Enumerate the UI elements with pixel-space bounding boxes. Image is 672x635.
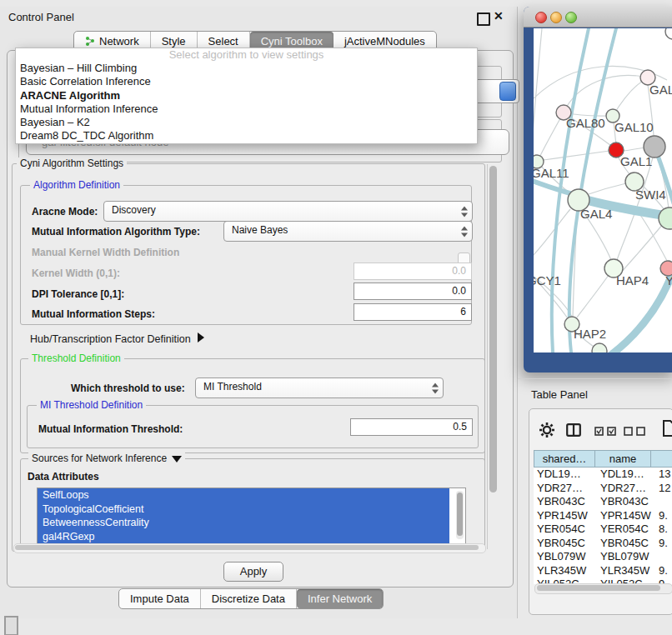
scrollbar-thumb[interactable] (457, 492, 463, 536)
table-cell[interactable]: YBL079W (534, 550, 597, 564)
table-cell[interactable]: YDL19… (597, 468, 655, 482)
node-table[interactable]: shared…name YDL19…YDL19…13YDR27…YDR27…12… (534, 450, 672, 584)
mi-algorithm-type-combobox[interactable]: Naive Bayes (223, 221, 473, 242)
table-row[interactable]: YER054CYER054C8. (534, 522, 672, 537)
data-attributes-list[interactable]: SelfLoopsTopologicalCoefficientBetweenne… (37, 488, 466, 545)
table-cell[interactable]: YBR043C (534, 495, 597, 509)
zoom-window-button[interactable] (565, 12, 577, 23)
table-horizontal-scrollbar[interactable] (534, 583, 672, 594)
table-row[interactable]: YLR345WYLR345W9. (534, 564, 672, 578)
sources-title[interactable]: Sources for Network Inference (28, 452, 185, 464)
network-window-titlebar[interactable] (524, 7, 672, 28)
table-row[interactable]: YDL19…YDL19…13 (534, 468, 672, 482)
node-bottom[interactable] (592, 343, 607, 352)
which-threshold-combobox[interactable]: MI Threshold (195, 378, 444, 398)
data-attributes-label: Data Attributes (28, 471, 99, 482)
table-cell[interactable]: 9. (655, 537, 672, 551)
table-cell[interactable]: YDL19… (534, 468, 597, 482)
table-cell[interactable]: YLR345W (597, 564, 655, 578)
table-cell[interactable]: YBR043C (597, 495, 655, 509)
cyni-bottom-tabbar: Impute DataDiscretize DataInfer Network (118, 588, 384, 609)
hub-definition-expander[interactable]: Hub/Transcription Factor Definition (30, 332, 204, 345)
table-row[interactable]: YPR145WYPR145W9. (534, 509, 672, 523)
node-hap2-label: HAP2 (574, 327, 606, 341)
tab-impute-data[interactable]: Impute Data (119, 589, 201, 608)
table-cell[interactable]: YBR045C (534, 537, 597, 551)
panel-divider (518, 378, 672, 379)
gear-icon[interactable] (539, 422, 555, 438)
network-edge (623, 148, 645, 151)
dropdown-item[interactable]: Mutual Information Inference (16, 102, 477, 116)
close-window-button[interactable] (535, 12, 547, 23)
dropdown-item[interactable]: Bayesian – K2 (16, 116, 477, 129)
table-cell[interactable]: YDR27… (597, 482, 655, 496)
close-panel-icon[interactable]: ✕ (494, 9, 504, 22)
settings-horizontal-scrollbar[interactable] (13, 543, 486, 553)
tab-label: Select (208, 35, 238, 48)
columns-icon[interactable] (566, 423, 581, 437)
column-header[interactable]: name (594, 450, 650, 468)
network-canvas[interactable]: GALGAL80GAL10GAL1GAL11SWI4GAL4GCY1HAP4YH… (534, 28, 672, 352)
table-cell[interactable]: YPR145W (534, 509, 597, 523)
table-cell[interactable]: YDR27… (534, 482, 597, 496)
node-gal11-label: GAL11 (534, 166, 569, 180)
table-cell[interactable]: 12 (655, 482, 672, 496)
attribute-item[interactable]: TopologicalCoefficient (38, 502, 449, 517)
column-header[interactable]: shared… (534, 450, 594, 468)
scrollbar-thumb[interactable] (537, 585, 660, 591)
kernel-width-field[interactable]: 0.0 (354, 262, 472, 280)
dpi-tolerance-field[interactable]: 0.0 (354, 282, 472, 300)
aracne-mode-combobox[interactable]: Discovery (103, 201, 473, 222)
screen: Control Panel ✕ NetworkStyleSelectCyni T… (0, 0, 672, 635)
table-row[interactable]: YBR043CYBR043C (534, 495, 672, 509)
panel-dock-icon[interactable] (4, 616, 18, 635)
dropdown-item[interactable]: ARACNE Algorithm (16, 89, 477, 102)
dropdown-item[interactable]: Bayesian – Hill Climbing (16, 62, 477, 75)
table-cell[interactable]: YBL079W (597, 550, 655, 564)
combobox-stepper-icon[interactable] (461, 206, 468, 217)
combobox-stepper-icon[interactable] (461, 226, 468, 237)
table-cell[interactable] (655, 550, 672, 564)
tab-infer-network[interactable]: Infer Network (297, 589, 383, 608)
table-cell[interactable]: 9. (655, 509, 672, 523)
apply-button[interactable]: Apply (223, 562, 283, 582)
table-cell[interactable]: 9. (655, 564, 672, 578)
mi-steps-field[interactable]: 6 (354, 303, 472, 321)
attribute-item[interactable]: BetweennessCentrality (38, 516, 449, 530)
node-topright[interactable] (665, 28, 672, 39)
table-cell[interactable]: 13 (655, 468, 672, 482)
table-cell[interactable]: YBR045C (597, 537, 655, 551)
file-icon[interactable] (662, 420, 672, 437)
mi-threshold-field[interactable]: 0.5 (350, 418, 473, 436)
table-cell[interactable]: YER054C (597, 522, 655, 537)
mi-threshold-definition-title: MI Threshold Definition (37, 399, 146, 411)
settings-vertical-scrollbar[interactable] (487, 164, 499, 549)
attribute-item[interactable]: gal4RGexp (38, 530, 449, 544)
unchecked-pair-icon[interactable] (624, 427, 646, 436)
combobox-stepper-icon[interactable] (432, 382, 439, 393)
table-row[interactable]: YBL079WYBL079W (534, 550, 672, 564)
table-cell[interactable]: YPR145W (597, 509, 655, 523)
attribute-item[interactable]: SelfLoops (38, 488, 449, 502)
dropdown-placeholder: Select algorithm to view settings (16, 48, 477, 62)
scrollbar-thumb[interactable] (489, 166, 497, 492)
which-threshold-value: MI Threshold (203, 381, 262, 392)
combobox-stepper-focused[interactable] (499, 82, 516, 101)
scrollbar-thumb[interactable] (15, 545, 479, 550)
float-panel-icon[interactable] (477, 12, 490, 26)
table-row[interactable]: YBR045CYBR045C9. (534, 537, 672, 551)
network-edge (619, 224, 663, 274)
table-cell[interactable]: YLR345W (534, 564, 597, 578)
table-cell[interactable]: 8. (655, 522, 672, 537)
node-gal4-label: GAL4 (580, 207, 612, 221)
checked-pair-icon[interactable] (594, 427, 617, 436)
list-vertical-scrollbar[interactable] (456, 491, 464, 539)
column-header[interactable] (650, 450, 672, 468)
table-cell[interactable]: YER054C (534, 522, 597, 537)
minimize-window-button[interactable] (550, 12, 562, 23)
tab-discretize-data[interactable]: Discretize Data (201, 589, 297, 608)
table-cell[interactable] (655, 495, 672, 509)
table-row[interactable]: YDR27…YDR27…12 (534, 482, 672, 496)
dropdown-item[interactable]: Basic Correlation Inference (16, 75, 477, 88)
dropdown-item[interactable]: Dream8 DC_TDC Algorithm (16, 129, 477, 142)
